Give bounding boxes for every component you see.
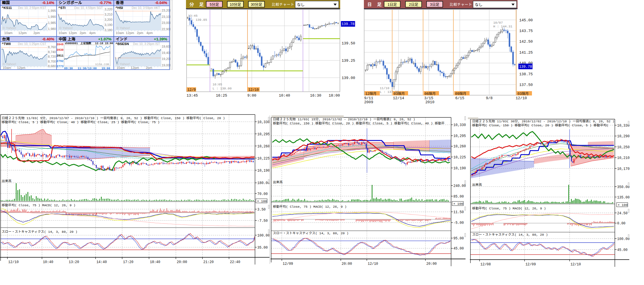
svg-text:139.50: 139.50 — [342, 41, 355, 46]
svg-text:日経２２５先物 11/03( 5分, 2010/12/07: 日経２２５先物 11/03( 5分, 2010/12/07 - 2010/12/… — [2, 116, 225, 120]
svg-text:+1.39%: +1.39% — [154, 37, 167, 41]
svg-text:12/10: 12/10 — [8, 260, 19, 264]
svg-text:23,200: 23,200 — [162, 9, 172, 12]
svg-text:10am: 10am — [117, 66, 125, 70]
svg-text:06限月: 06限月 — [425, 92, 435, 96]
svg-text:-0.77%: -0.77% — [99, 1, 111, 5]
svg-text:H : 144.31: H : 144.31 — [493, 25, 512, 28]
svg-text:12pm: 12pm — [17, 66, 25, 70]
svg-text:10am: 10am — [59, 31, 67, 35]
svg-text:12/10: 12/10 — [570, 262, 581, 267]
svg-text:11/10: 11/10 — [380, 87, 389, 90]
svg-text:19,200: 19,200 — [162, 57, 172, 61]
svg-text:^TWII: ^TWII — [2, 42, 11, 46]
svg-text:18:00: 18:00 — [329, 93, 340, 98]
svg-text:日経２２５先物 11/03( 15分, 2010/12/02: 日経２２５先物 11/03( 15分, 2010/12/02 - 2010/12… — [273, 117, 415, 121]
svg-text:35.00: 35.00 — [257, 246, 268, 250]
svg-text:中国 上海: 中国 上海 — [59, 37, 75, 41]
svg-text:14:40: 14:40 — [96, 260, 107, 264]
svg-text:10,330: 10,330 — [617, 124, 630, 128]
svg-text:12/10: 12/10 — [368, 262, 378, 266]
svg-text:10am: 10am — [4, 31, 13, 35]
svg-text:-0.14%: -0.14% — [42, 1, 54, 5]
svg-text:1,995: 1,995 — [48, 9, 56, 12]
svg-text:19,600: 19,600 — [162, 45, 172, 48]
svg-text:143.75: 143.75 — [519, 29, 533, 33]
svg-text:^BSESN: ^BSESN — [116, 42, 129, 46]
svg-text:10,190: 10,190 — [257, 169, 270, 173]
svg-text:10am: 10am — [3, 66, 11, 70]
svg-text:2009: 2009 — [364, 100, 373, 104]
svg-text:2pm: 2pm — [80, 31, 86, 35]
svg-text:© Yahoo!: © Yahoo! — [3, 62, 16, 66]
svg-text:24.50: 24.50 — [617, 211, 628, 215]
svg-text:18:40: 18:40 — [150, 260, 160, 264]
svg-text:10,290: 10,290 — [617, 134, 630, 138]
svg-text:20:00: 20:00 — [342, 262, 352, 266]
svg-text:8,760: 8,760 — [48, 45, 56, 49]
svg-text:4pm: 4pm — [146, 31, 153, 35]
svg-text:23,100: 23,100 — [162, 15, 172, 18]
svg-text:11.50: 11.50 — [453, 210, 464, 214]
svg-text:台湾: 台湾 — [2, 37, 10, 41]
svg-text:70.00: 70.00 — [257, 192, 268, 196]
svg-text:10:40: 10:40 — [43, 260, 53, 264]
svg-text:12pm: 12pm — [131, 66, 139, 70]
svg-text:8,700: 8,700 — [48, 60, 56, 63]
svg-text:240.00: 240.00 — [453, 184, 466, 188]
svg-text:Dec 10, 2:55pm KST: Dec 10, 2:55pm KST — [18, 6, 46, 10]
svg-text:12/10: 12/10 — [248, 88, 259, 92]
svg-text:6/15: 6/15 — [455, 96, 464, 100]
svg-text:20:00: 20:00 — [426, 262, 437, 266]
svg-text:12/9: 12/9 — [187, 88, 196, 92]
svg-text:10分足: 10分足 — [230, 3, 241, 7]
svg-text:3,180: 3,180 — [105, 28, 113, 32]
svg-text:Dec 10, 1:25pm CST: Dec 10, 1:25pm CST — [18, 42, 46, 46]
svg-text:135.00: 135.00 — [617, 196, 630, 200]
svg-text:2010: 2010 — [425, 100, 434, 104]
svg-text:2pm: 2pm — [146, 66, 152, 70]
svg-text:10,170: 10,170 — [617, 167, 630, 171]
svg-text:139.78: 139.78 — [519, 65, 532, 69]
svg-text:スロー・ストキャスティクス( 14, 3, 80, 20 ): スロー・ストキャスティクス( 14, 3, 80, 20 ) — [472, 233, 548, 237]
svg-text:韓国: 韓国 — [2, 1, 10, 5]
svg-text:23,000: 23,000 — [162, 21, 172, 25]
svg-text:© Yahoo!: © Yahoo! — [116, 62, 130, 66]
svg-text:95.00: 95.00 — [453, 237, 464, 241]
svg-text:13:45: 13:45 — [187, 93, 198, 98]
svg-text:-0.04%: -0.04% — [155, 1, 167, 5]
svg-text:^HSI: ^HSI — [116, 6, 123, 10]
svg-text:© Yahoo!: © Yahoo! — [59, 26, 73, 30]
svg-text:移動平均( Close, 5 ) 移動平均( Clos: 移動平均( Close, 5 ) 移動平均( Close, 40 ) 移動平均(… — [2, 120, 160, 124]
svg-text:85.00: 85.00 — [453, 195, 464, 199]
svg-text:21:20: 21:20 — [203, 260, 214, 264]
svg-text:© Yahoo!: © Yahoo! — [116, 26, 130, 30]
svg-text:10/07: 10/07 — [493, 21, 503, 25]
svg-text:1,990: 1,990 — [48, 15, 56, 18]
svg-text:2pm: 2pm — [33, 31, 40, 35]
svg-text:sina.com: sina.com — [95, 63, 109, 66]
svg-text:1,980: 1,980 — [48, 27, 56, 31]
svg-text:5分足: 5分足 — [210, 3, 219, 7]
svg-text:10,225: 10,225 — [257, 157, 270, 161]
svg-text:-0.40%: -0.40% — [42, 37, 54, 41]
svg-text:日 足: 日 足 — [367, 2, 384, 7]
svg-text:09限月: 09限月 — [455, 92, 466, 96]
svg-text:2日足: 2日足 — [409, 3, 418, 7]
svg-text:比較チャート: 比較チャート — [450, 3, 472, 7]
svg-text:2811: 2811 — [57, 54, 64, 57]
svg-text:10am: 10am — [116, 31, 124, 35]
svg-text:141.25: 141.25 — [519, 50, 533, 55]
svg-text:100.00: 100.00 — [257, 234, 270, 238]
svg-text:17:20: 17:20 — [123, 260, 133, 264]
svg-text:10,210: 10,210 — [617, 156, 630, 160]
svg-text:10,295: 10,295 — [257, 132, 270, 136]
svg-text:03限月: 03限月 — [518, 92, 528, 96]
svg-text:分 足: 分 足 — [189, 2, 206, 7]
svg-text:4pm: 4pm — [89, 31, 96, 35]
svg-text:10,190: 10,190 — [453, 166, 466, 170]
svg-text:なし: なし — [475, 3, 483, 7]
svg-text:出来高: 出来高 — [2, 179, 12, 183]
svg-text:9/11: 9/11 — [364, 96, 373, 100]
svg-text:^STI: ^STI — [58, 6, 66, 10]
